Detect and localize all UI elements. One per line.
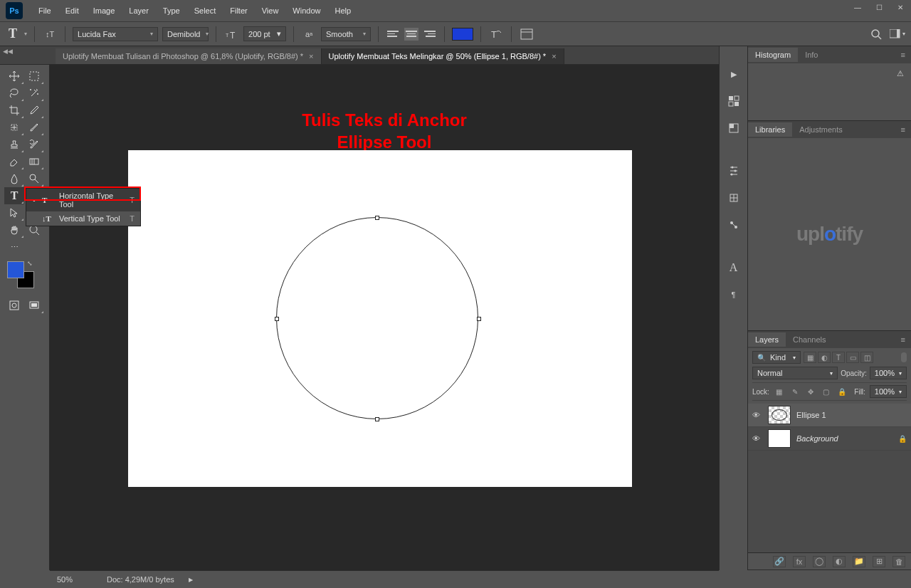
blur-tool[interactable] — [4, 170, 24, 187]
layer-filter-dropdown[interactable]: 🔍 Kind ▾ — [752, 351, 801, 364]
tab-close-icon[interactable]: × — [552, 52, 556, 61]
swatches-icon[interactable] — [725, 119, 743, 137]
align-left-button[interactable] — [386, 28, 400, 41]
play-icon[interactable]: ▶ — [725, 65, 743, 83]
lock-artboard-icon[interactable]: ▢ — [821, 386, 832, 397]
align-center-button[interactable] — [404, 28, 418, 41]
clone-source-icon[interactable] — [725, 189, 743, 207]
doc-info[interactable]: Doc: 4,29M/0 bytes — [107, 575, 174, 584]
panel-menu-icon[interactable]: ≡ — [895, 125, 911, 134]
lock-position-icon[interactable]: ✥ — [805, 386, 816, 397]
align-right-button[interactable] — [423, 28, 437, 41]
close-button[interactable]: ✕ — [890, 0, 911, 14]
menu-window[interactable]: Window — [285, 2, 327, 19]
visibility-icon[interactable]: 👁 — [752, 411, 762, 419]
menu-type[interactable]: Type — [156, 2, 187, 19]
collapse-left-icon[interactable]: ◀◀ — [3, 48, 13, 55]
adjustments-tab[interactable]: Adjustments — [792, 122, 850, 137]
layer-thumbnail[interactable] — [768, 429, 791, 448]
info-tab[interactable]: Info — [798, 48, 825, 62]
lock-all-icon[interactable]: 🔒 — [836, 386, 848, 397]
ellipse-shape[interactable] — [276, 217, 478, 419]
adjustment-layer-icon[interactable]: ◐ — [833, 556, 846, 567]
panel-menu-icon[interactable]: ≡ — [895, 51, 911, 59]
magic-wand-tool[interactable] — [24, 85, 44, 102]
histogram-tab[interactable]: Histogram — [748, 48, 798, 62]
filter-pixel-icon[interactable]: ▦ — [804, 352, 816, 363]
tab-close-icon[interactable]: × — [309, 52, 313, 61]
font-size-input[interactable]: 200 pt ▾ — [243, 26, 286, 41]
layer-row[interactable]: 👁 Ellipse 1 — [748, 404, 911, 427]
opacity-input[interactable]: 100% ▾ — [870, 367, 907, 379]
screen-mode-icon[interactable] — [24, 297, 44, 314]
panel-menu-icon[interactable]: ≡ — [895, 335, 911, 344]
flyout-horizontal-type[interactable]: • T Horizontal Type Tool T — [26, 189, 140, 211]
stamp-tool[interactable] — [4, 136, 24, 153]
path-anchor[interactable] — [477, 317, 481, 321]
layer-style-icon[interactable]: fx — [793, 556, 806, 567]
current-tool-icon[interactable]: T — [6, 26, 20, 41]
flyout-vertical-type[interactable]: ↓T Vertical Type Tool T — [26, 211, 140, 226]
swap-colors-icon[interactable]: ⤡ — [27, 260, 33, 267]
marquee-tool[interactable] — [24, 68, 44, 85]
menu-image[interactable]: Image — [86, 2, 122, 19]
group-icon[interactable]: 📁 — [853, 556, 865, 567]
layer-mask-icon[interactable]: ◯ — [813, 556, 826, 567]
layer-row[interactable]: 👁 Background 🔒 — [748, 427, 911, 451]
font-style-dropdown[interactable]: Demibold ▾ — [162, 27, 209, 41]
color-picker[interactable]: ⤡ — [0, 258, 49, 294]
maximize-button[interactable]: ☐ — [868, 0, 890, 14]
path-anchor[interactable] — [375, 417, 379, 421]
search-icon[interactable] — [868, 26, 884, 42]
path-anchor[interactable] — [375, 216, 379, 220]
more-tools[interactable]: ⋯ — [4, 238, 24, 256]
warp-text-button[interactable]: T — [488, 26, 504, 42]
paragraph-icon[interactable]: ¶ — [725, 285, 743, 304]
menu-view[interactable]: View — [255, 2, 286, 19]
visibility-icon[interactable]: 👁 — [752, 434, 762, 443]
path-anchor[interactable] — [275, 317, 279, 321]
antialias-dropdown[interactable]: Smooth ▾ — [321, 27, 371, 41]
warning-icon[interactable]: ⚠ — [897, 69, 904, 78]
document-tab[interactable]: Uplotify Membuat Tulisan di Photoshop @ … — [56, 48, 322, 64]
actions-icon[interactable] — [725, 216, 743, 234]
crop-tool[interactable] — [4, 102, 24, 119]
document-tab[interactable]: Uplotify Membuat Teks Melingkar @ 50% (E… — [322, 48, 564, 64]
menu-help[interactable]: Help — [327, 2, 358, 19]
history-brush-tool[interactable] — [24, 136, 44, 153]
lasso-tool[interactable] — [4, 85, 24, 102]
brushes-icon[interactable] — [725, 162, 743, 180]
new-layer-icon[interactable]: ⊞ — [873, 556, 885, 567]
filter-smart-icon[interactable]: ◫ — [860, 352, 873, 363]
channels-tab[interactable]: Channels — [786, 332, 833, 347]
menu-file[interactable]: File — [31, 2, 58, 19]
filter-adjust-icon[interactable]: ◐ — [818, 352, 831, 363]
menu-edit[interactable]: Edit — [58, 2, 86, 19]
path-select-tool[interactable] — [4, 204, 24, 221]
eraser-tool[interactable] — [4, 153, 24, 170]
workspace[interactable]: Tulis Teks di Anchor Ellipse Tool — [50, 65, 719, 570]
gradient-tool[interactable] — [24, 153, 44, 170]
filter-type-icon[interactable]: T — [832, 352, 845, 363]
styles-icon[interactable] — [725, 92, 743, 110]
menu-filter[interactable]: Filter — [223, 2, 254, 19]
lock-image-icon[interactable]: ✎ — [789, 386, 801, 397]
text-color-swatch[interactable] — [452, 28, 473, 41]
layers-tab[interactable]: Layers — [748, 332, 786, 347]
healing-tool[interactable] — [4, 119, 24, 136]
dodge-tool[interactable] — [24, 170, 44, 187]
workspace-switcher-icon[interactable]: ▾ — [890, 26, 905, 42]
libraries-tab[interactable]: Libraries — [748, 122, 792, 137]
move-tool[interactable] — [4, 68, 24, 85]
type-tool[interactable]: T — [4, 187, 24, 204]
fill-input[interactable]: 100% ▾ — [870, 385, 907, 398]
blend-mode-dropdown[interactable]: Normal ▾ — [752, 367, 838, 379]
zoom-level[interactable]: 50% — [57, 575, 93, 584]
toggle-orientation-icon[interactable]: ↕T — [42, 26, 58, 42]
character-panel-button[interactable] — [519, 26, 535, 42]
menu-select[interactable]: Select — [187, 2, 223, 19]
brush-tool[interactable] — [24, 119, 44, 136]
hand-tool[interactable] — [4, 221, 24, 238]
lock-transparency-icon[interactable]: ▦ — [774, 386, 785, 397]
minimize-button[interactable]: — — [847, 0, 868, 14]
